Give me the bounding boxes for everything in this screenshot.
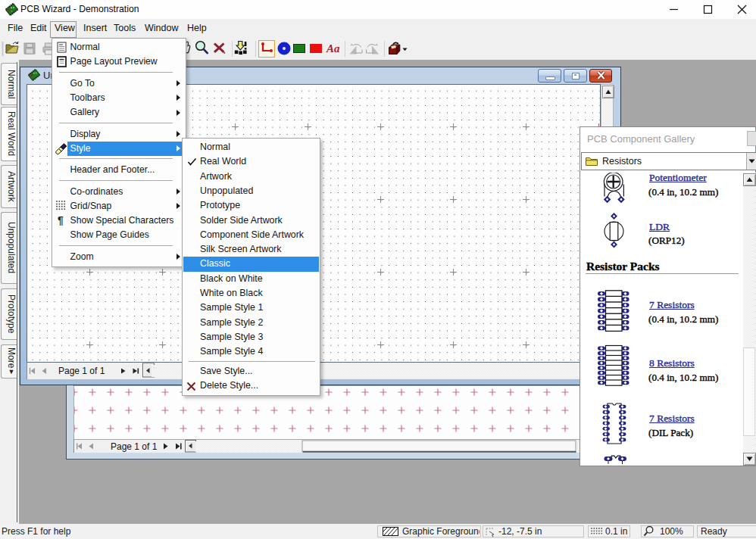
svg-text:Aa: Aa [326, 42, 340, 55]
